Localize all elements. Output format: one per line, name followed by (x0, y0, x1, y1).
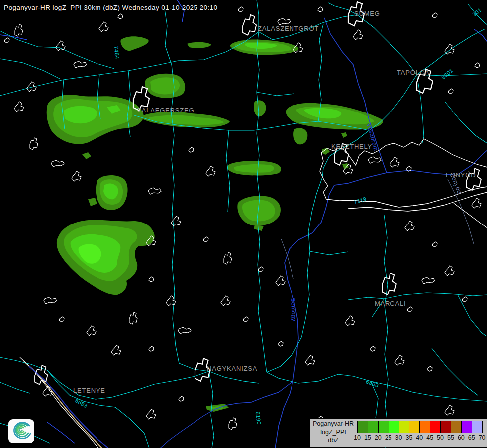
precipitation-echoes (47, 36, 383, 412)
legend-swatch (357, 421, 368, 433)
legend-tick: 45 (425, 434, 435, 441)
legend-tick: 55 (446, 434, 456, 441)
legend-swatch (440, 421, 451, 433)
radar-screen: Poganyvar-HR logZ_PPI 30km (dbZ) Wednesd… (0, 0, 487, 448)
legend-tick: 15 (362, 434, 373, 441)
legend-tick: 50 (435, 434, 446, 441)
legend-tick-labels: 10 15 20 25 30 35 40 45 50 55 60 65 70 (352, 434, 487, 441)
legend-swatch (389, 421, 399, 433)
legend-swatch (451, 421, 461, 433)
legend-tick: 20 (373, 434, 383, 441)
legend-tick: 70 (477, 434, 487, 441)
legend-caption: Poganyvar-HR logZ_PPI dbZ (310, 420, 357, 445)
spiral-logo-icon (10, 421, 32, 442)
legend-swatch (399, 421, 409, 433)
legend-unit: dbZ (310, 436, 357, 445)
radar-map (0, 0, 487, 448)
legend-product-name: Poganyvar-HR (310, 420, 357, 428)
legend-tick: 65 (466, 434, 477, 441)
legend-tick: 25 (383, 434, 393, 441)
legend-swatch (430, 421, 440, 433)
legend-swatch (472, 421, 483, 433)
legend-tick: 10 (352, 434, 363, 441)
color-scale-legend: Poganyvar-HR logZ_PPI dbZ 10 15 20 25 30… (309, 418, 487, 447)
legend-swatch (378, 421, 389, 433)
legend-swatch (419, 421, 430, 433)
legend-color-swatches (357, 421, 483, 432)
legend-swatch (368, 421, 378, 433)
legend-tick: 40 (414, 434, 425, 441)
legend-field-name: logZ_PPI (310, 428, 357, 437)
legend-swatch (461, 421, 472, 433)
legend-swatch (409, 421, 419, 433)
legend-tick: 30 (393, 434, 404, 441)
met-service-logo (8, 419, 34, 443)
legend-tick: 60 (456, 434, 466, 441)
legend-tick: 35 (404, 434, 414, 441)
